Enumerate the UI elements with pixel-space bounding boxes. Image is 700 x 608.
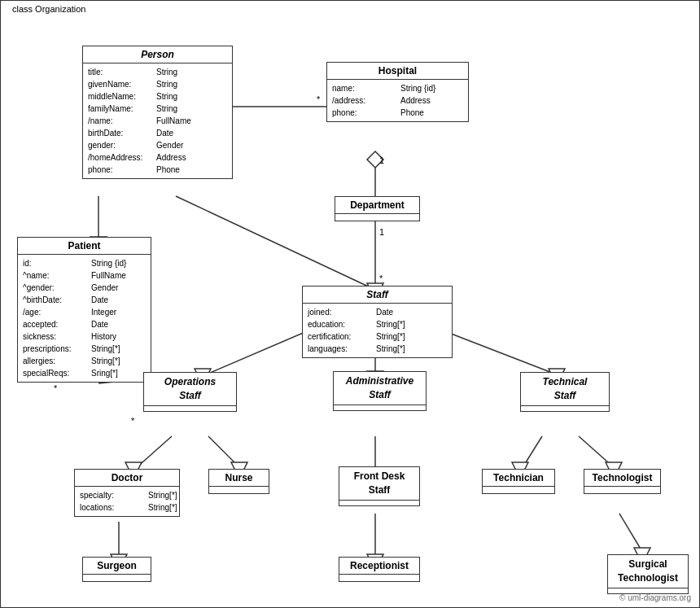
class-nurse-body [209, 487, 269, 493]
class-department-header: Department [335, 197, 419, 214]
class-front-desk-staff-header: Front DeskStaff [339, 467, 419, 501]
class-staff-body: joined:Date education:String[*] certific… [303, 304, 452, 357]
class-technician-body [483, 487, 554, 493]
class-department: Department [335, 196, 420, 221]
class-technologist-header: Technologist [584, 470, 660, 487]
svg-marker-3 [367, 151, 383, 168]
svg-text:1: 1 [379, 155, 384, 165]
diagram-container: class Organization * * 1 * 1 * * * [0, 0, 700, 608]
class-staff-header: Staff [303, 287, 452, 304]
svg-line-17 [204, 326, 318, 375]
class-operations-staff: OperationsStaff [143, 372, 237, 412]
class-person: Person title:String givenName:String mid… [82, 46, 233, 179]
svg-text:*: * [131, 416, 135, 426]
svg-text:*: * [317, 94, 321, 104]
class-person-body: title:String givenName:String middleName… [83, 63, 232, 178]
svg-text:1: 1 [379, 227, 384, 237]
svg-line-31 [579, 436, 615, 469]
class-receptionist-body [339, 575, 419, 581]
class-technologist: Technologist [584, 469, 661, 494]
class-patient-body: id:String {id} ^name:FullName ^gender:Ge… [18, 255, 151, 382]
class-department-body [335, 214, 419, 221]
class-administrative-staff-header: AdministrativeStaff [334, 372, 426, 405]
class-hospital-body: name:String {id} /address:Address phone:… [327, 80, 468, 121]
svg-text:*: * [54, 383, 58, 393]
class-technical-staff-header: TechnicalStaff [521, 373, 609, 406]
class-administrative-staff-body [334, 405, 426, 410]
class-technical-staff: TechnicalStaff [520, 372, 610, 412]
class-surgeon-body [83, 575, 151, 581]
class-operations-staff-header: OperationsStaff [144, 373, 236, 406]
class-staff: Staff joined:Date education:String[*] ce… [302, 286, 453, 358]
class-surgical-technologist: SurgicalTechnologist [607, 554, 689, 594]
class-patient-header: Patient [18, 238, 151, 255]
copyright-text: © uml-diagrams.org [619, 593, 691, 602]
class-hospital: Hospital name:String {id} /address:Addre… [326, 62, 469, 122]
class-person-header: Person [83, 46, 232, 63]
class-technician: Technician [482, 469, 555, 494]
svg-text:*: * [379, 273, 383, 283]
class-receptionist: Receptionist [339, 557, 420, 582]
svg-line-29 [522, 436, 542, 469]
class-doctor-header: Doctor [75, 470, 179, 487]
class-doctor: Doctor specialty:String[*] locations:Str… [74, 469, 180, 517]
class-surgeon: Surgeon [82, 557, 151, 582]
class-doctor-body: specialty:String[*] locations:String[*] [75, 487, 179, 516]
class-surgeon-header: Surgeon [83, 558, 151, 575]
class-front-desk-staff: Front DeskStaff [339, 466, 420, 506]
class-administrative-staff: AdministrativeStaff [333, 371, 427, 411]
svg-line-37 [619, 514, 644, 554]
class-surgical-technologist-body [608, 588, 688, 593]
class-patient: Patient id:String {id} ^name:FullName ^g… [17, 237, 151, 383]
class-operations-staff-body [144, 406, 236, 411]
class-technologist-body [584, 487, 660, 493]
class-surgical-technologist-header: SurgicalTechnologist [608, 555, 688, 588]
svg-line-23 [135, 436, 172, 469]
class-nurse: Nurse [208, 469, 269, 494]
class-front-desk-staff-body [339, 501, 419, 505]
diagram-title: class Organization [9, 4, 90, 14]
class-technical-staff-body [521, 406, 609, 411]
class-nurse-header: Nurse [209, 470, 269, 487]
class-receptionist-header: Receptionist [339, 558, 419, 575]
class-hospital-header: Hospital [327, 63, 468, 80]
svg-line-25 [208, 436, 241, 469]
class-technician-header: Technician [483, 470, 554, 487]
